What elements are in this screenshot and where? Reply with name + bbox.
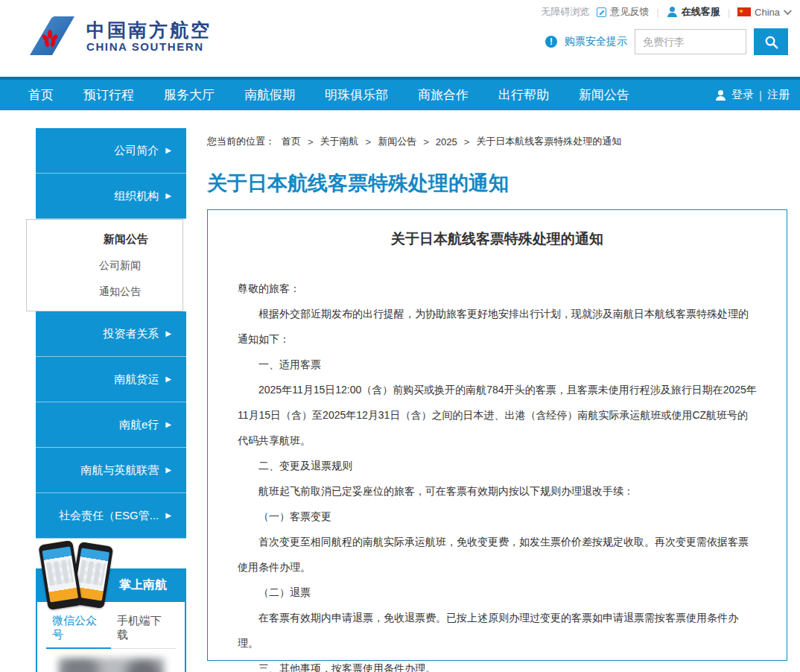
article-paragraph: （二）退票: [238, 580, 757, 605]
header-search-area: ! 购票安全提示: [545, 28, 788, 55]
search-icon: [764, 35, 778, 49]
alert-icon: !: [545, 36, 557, 48]
logo-text: 中国南方航空 CHINA SOUTHERN: [86, 20, 212, 54]
login-link[interactable]: 登录: [731, 88, 754, 102]
nav-holidays[interactable]: 南航假期: [229, 86, 310, 104]
brand-logo[interactable]: 中国南方航空 CHINA SOUTHERN: [25, 15, 212, 58]
search-button[interactable]: [754, 28, 788, 55]
sidebar-item-organization[interactable]: 组织机构 ▶: [36, 174, 186, 219]
register-link[interactable]: 注册: [767, 88, 790, 102]
region-selector[interactable]: China: [737, 7, 790, 18]
mobile-app-widget: 掌上南航 微信公众号 手机端下载: [36, 568, 186, 672]
separator: |: [656, 7, 658, 18]
main-nav: 首页 预订行程 服务大厅 南航假期 明珠俱乐部 商旅合作 出行帮助 新闻公告 登…: [0, 77, 800, 110]
article-paragraph: 二、变更及退票规则: [238, 453, 757, 478]
nav-travel-help[interactable]: 出行帮助: [483, 86, 564, 104]
arrow-right-icon: ▶: [165, 330, 171, 337]
separator: >: [464, 136, 470, 148]
tailfin-logo-icon: [25, 15, 79, 58]
nav-pearl-club[interactable]: 明珠俱乐部: [310, 86, 403, 104]
accessibility-link[interactable]: 无障碍浏览: [541, 5, 589, 19]
user-icon: [715, 90, 726, 101]
wechat-qr-code-image: [58, 658, 165, 672]
arrow-right-icon: ▶: [165, 147, 171, 154]
article-paragraph: （一）客票变更: [238, 504, 757, 529]
arrow-right-icon: ▶: [165, 192, 171, 200]
article-paragraph: 2025年11月15日12:00（含）前购买或换开的南航784开头的客票，且客票…: [238, 377, 757, 453]
arrow-right-icon: ▶: [165, 375, 171, 383]
auth-area: 登录 | 注册: [715, 88, 790, 102]
article-paragraph: 首次变更至相同航程的南航实际承运航班，免收变更费，如发生票价价差按规定收取。再次…: [238, 529, 757, 580]
breadcrumb-home[interactable]: 首页: [282, 135, 301, 148]
ticket-safety-tip-link[interactable]: 购票安全提示: [565, 35, 627, 48]
sidebar-item-cargo[interactable]: 南航货运 ▶: [36, 357, 186, 402]
breadcrumb: 您当前的位置： 首页 > 关于南航 > 新闻公告 > 2025 > 关于日本航线…: [207, 135, 621, 148]
app-tabs: 微信公众号 手机端下载: [46, 611, 176, 649]
chevron-down-icon: [784, 7, 792, 15]
arrow-right-icon: ▶: [165, 512, 171, 519]
online-service-link[interactable]: 在线客服: [667, 5, 720, 19]
sidebar-item-ba-joint-venture[interactable]: 南航与英航联营 ▶: [36, 448, 186, 493]
breadcrumb-current: 关于日本航线客票特殊处理的通知: [476, 135, 621, 148]
article-paragraph: 航班起飞前取消已定妥座位的旅客，可在客票有效期内按以下规则办理退改手续：: [238, 478, 757, 504]
sidebar-subitem-notices[interactable]: 通知公告: [27, 285, 182, 299]
tab-mobile-download[interactable]: 手机端下载: [111, 611, 176, 648]
article-paragraph: 一、适用客票: [238, 352, 757, 377]
arrow-right-icon: ▶: [165, 421, 171, 428]
feedback-link[interactable]: 意见反馈: [597, 5, 649, 19]
page-title: 关于日本航线客票特殊处理的通知: [207, 170, 509, 197]
article-paragraph: 三、其他事项，按客票使用条件办理。: [238, 656, 757, 672]
sidebar-item-investor-relations[interactable]: 投资者关系 ▶: [36, 311, 186, 357]
nav-booking[interactable]: 预订行程: [69, 86, 149, 104]
separator: >: [366, 136, 372, 148]
nav-service-hall[interactable]: 服务大厅: [149, 86, 229, 104]
arrow-right-icon: ▶: [165, 466, 171, 474]
nav-home[interactable]: 首页: [13, 86, 69, 104]
sidebar-item-e-travel[interactable]: 南航e行 ▶: [36, 402, 186, 448]
breadcrumb-prefix: 您当前的位置：: [207, 135, 275, 148]
sidebar-item-esg[interactable]: 社会责任（ESG管... ▶: [36, 493, 186, 539]
search-input[interactable]: [635, 29, 746, 54]
breadcrumb-2025[interactable]: 2025: [436, 136, 457, 148]
article-salutation: 尊敬的旅客：: [238, 276, 757, 301]
sidebar-menu: 公司简介 ▶ 组织机构 ▶ 新闻公告 公司新闻 通知公告 投资者关系 ▶ 南航货…: [36, 128, 186, 672]
china-flag-icon: [737, 7, 751, 16]
nav-news[interactable]: 新闻公告: [564, 86, 644, 104]
sidebar-subitem-company-news[interactable]: 公司新闻: [27, 259, 182, 273]
separator: |: [759, 89, 762, 101]
breadcrumb-about[interactable]: 关于南航: [320, 135, 359, 148]
nav-business-travel[interactable]: 商旅合作: [403, 86, 483, 104]
sidebar-item-news[interactable]: 新闻公告: [27, 232, 182, 247]
breadcrumb-news[interactable]: 新闻公告: [378, 135, 416, 148]
sidebar-item-company-profile[interactable]: 公司简介 ▶: [36, 128, 186, 174]
notice-article: 关于日本航线客票特殊处理的通知 尊敬的旅客： 根据外交部近期发布的出行提醒，为协…: [207, 209, 787, 661]
feedback-pencil-icon: [597, 7, 606, 17]
mobile-app-panel: 微信公众号 手机端下载: [36, 602, 186, 672]
article-heading: 关于日本航线客票特殊处理的通知: [238, 229, 757, 249]
sidebar-expanded-news: 新闻公告 公司新闻 通知公告: [26, 219, 183, 311]
separator: >: [308, 136, 314, 148]
separator: >: [423, 136, 429, 148]
customer-service-icon: [667, 7, 678, 17]
tab-wechat-official[interactable]: 微信公众号: [46, 611, 111, 649]
separator: |: [728, 7, 730, 18]
logo-english-name: CHINA SOUTHERN: [86, 40, 212, 53]
article-paragraph: 在客票有效期内申请退票，免收退票费。已按上述原则办理过变更的客票如申请退票需按客…: [238, 605, 757, 656]
article-paragraph: 根据外交部近期发布的出行提醒，为协助旅客更好地安排出行计划，现就涉及南航日本航线…: [238, 301, 757, 352]
logo-chinese-name: 中国南方航空: [86, 20, 212, 41]
